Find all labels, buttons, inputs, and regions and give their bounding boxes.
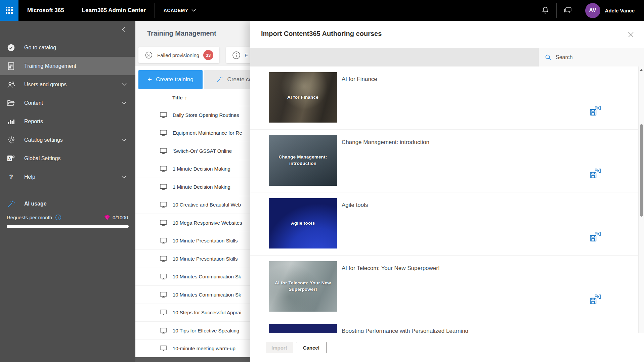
chat-icon [563,6,572,15]
requests-count: 0/1000 [113,215,128,220]
course-list: AI for Finance AI for Finance Change Man… [250,66,644,333]
course-row[interactable]: AI for Telecom: Your New Superpower! AI … [250,256,644,319]
course-row[interactable]: Agile tools Agile tools [250,192,644,256]
svg-text:A: A [8,156,11,161]
course-thumbnail [269,324,337,333]
screen-icon [160,309,167,316]
close-icon[interactable] [626,30,636,40]
title-column-header[interactable]: Title [172,95,183,100]
cancel-button[interactable]: Cancel [296,342,327,353]
chevron-down-icon [122,83,127,86]
import-course-icon[interactable] [589,293,601,305]
scroll-up-arrow-icon[interactable] [640,69,643,71]
info-icon [232,51,241,59]
app-launcher-button[interactable] [0,0,18,21]
sort-ascending-icon[interactable]: ↑ [185,95,187,100]
screen-icon [160,201,167,208]
sad-face-icon [144,51,153,59]
screen-icon [160,273,167,280]
requests-progress-bar [7,225,129,228]
search-input[interactable] [555,54,632,61]
waffle-icon [6,7,13,14]
search-icon [545,54,552,61]
import-button[interactable]: Import [266,342,293,353]
plus-icon: + [147,76,152,83]
sidebar-item-catalog-settings[interactable]: Catalog settings [0,131,135,149]
screen-icon [160,327,167,334]
language-settings-icon: A [7,154,15,163]
ai-usage-label: AI usage [24,201,135,207]
brand-microsoft-365[interactable]: Microsoft 365 [18,0,73,21]
requests-label: Requests per month [7,215,52,220]
sidebar-item-global-settings[interactable]: A Global Settings [0,149,135,168]
account-menu[interactable]: AV Adele Vance [579,0,644,21]
modal-title: Import Content365 Authoring courses [261,30,382,37]
screen-icon [160,129,167,136]
sidebar-item-content[interactable]: Content [0,94,135,112]
course-thumbnail: Change Management: introduction [269,135,337,186]
create-training-button[interactable]: + Create training [138,70,203,89]
sidebar-item-go-to-catalog[interactable]: Go to catalog [0,38,135,57]
bell-icon [541,6,550,15]
import-course-icon[interactable] [589,230,601,242]
avatar: AV [585,3,600,18]
screen-icon [160,147,167,154]
import-course-icon[interactable] [589,104,601,117]
toolbar-header-area [250,48,539,66]
sidebar-item-training-management[interactable]: Training Management [0,57,135,75]
screen-icon [160,345,167,352]
sidebar-item-users-and-groups[interactable]: Users and groups [0,75,135,94]
screen-icon [160,183,167,190]
collapse-sidebar-button[interactable] [121,26,127,34]
feedback-button[interactable] [557,0,579,21]
chevron-down-icon [122,175,127,178]
course-thumbnail: AI for Telecom: Your New Superpower! [269,261,337,312]
product-title[interactable]: Learn365 Admin Center [73,0,155,21]
magic-wand-icon [215,76,223,84]
sidebar-item-ai-usage[interactable]: AI usage [0,195,135,212]
vertical-scrollbar[interactable] [638,66,644,333]
failed-provisioning-badge[interactable]: Failed provisioning 33 [138,47,219,63]
screen-icon [160,165,167,172]
sidebar-item-help[interactable]: ? Help [0,168,135,186]
svg-text:?: ? [9,173,13,180]
people-icon [7,81,15,89]
chevron-down-icon [122,101,127,104]
tenant-dropdown[interactable]: ACADEMY [155,0,205,21]
top-bar: Microsoft 365 Learn365 Admin Center ACAD… [0,0,644,21]
screen-icon [160,255,167,262]
notifications-button[interactable] [534,0,556,21]
sidebar-items: Go to catalog Training Management Users … [0,38,135,186]
screen-icon [160,219,167,226]
search-box[interactable] [539,48,644,66]
screen-icon [160,111,167,119]
sidebar-item-reports[interactable]: Reports [0,112,135,131]
screen-icon [160,291,167,298]
chevron-down-icon [122,138,127,141]
import-courses-panel: Import Content365 Authoring courses AI f… [250,21,644,362]
course-row[interactable]: Boosting Performance with Personalized L… [250,318,644,333]
check-circle-icon [7,43,15,52]
folder-icon [7,99,15,107]
user-name: Adele Vance [605,8,635,13]
help-icon: ? [7,173,15,181]
import-course-icon[interactable] [589,167,601,179]
info-icon[interactable] [55,214,61,221]
course-row[interactable]: AI for Finance AI for Finance [250,66,644,130]
course-row[interactable]: Change Management: introduction Change M… [250,130,644,193]
course-thumbnail: AI for Finance [269,72,337,123]
chevron-down-icon [191,9,196,12]
gem-icon [104,215,110,220]
training-doc-icon [7,62,15,71]
screen-icon [160,237,167,244]
requests-per-month: Requests per month 0/1000 [0,212,135,221]
secondary-badge-label: E [245,52,248,58]
magic-wand-icon [7,199,15,208]
failed-provisioning-label: Failed provisioning [157,52,199,58]
bar-chart-icon [7,118,15,126]
gear-icon [7,136,15,144]
modal-footer: Import Cancel [250,333,644,362]
course-thumbnail: Agile tools [269,198,337,248]
sidebar-nav: Go to catalog Training Management Users … [0,21,135,362]
vertical-scrollbar-thumb[interactable] [640,124,643,217]
